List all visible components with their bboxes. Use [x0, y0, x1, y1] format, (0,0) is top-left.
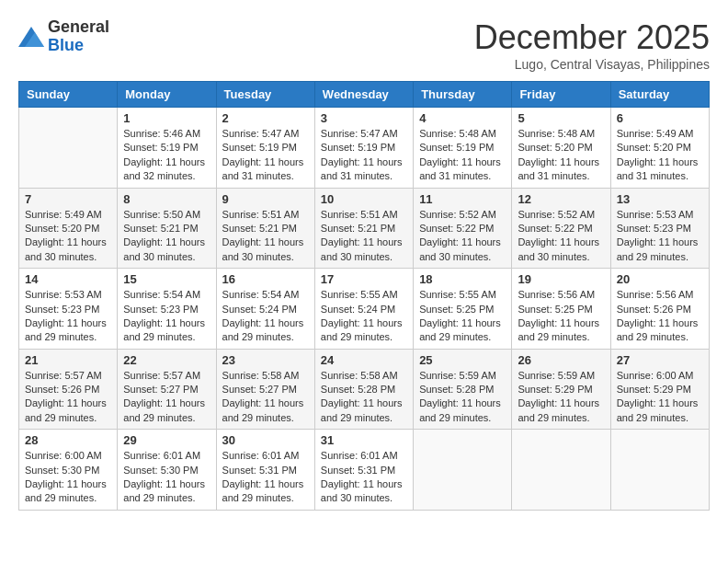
day-info: Sunrise: 5:53 AM Sunset: 5:23 PM Dayligh… [25, 288, 111, 345]
calendar-cell: 8Sunrise: 5:50 AM Sunset: 5:21 PM Daylig… [118, 188, 216, 269]
day-info: Sunrise: 6:01 AM Sunset: 5:31 PM Dayligh… [321, 449, 407, 506]
day-number: 19 [518, 272, 604, 286]
title-block: December 2025 Lugo, Central Visayas, Phi… [474, 18, 710, 72]
day-number: 5 [518, 111, 604, 125]
day-info: Sunrise: 5:52 AM Sunset: 5:22 PM Dayligh… [518, 208, 604, 265]
weekday-header-monday: Monday [118, 82, 216, 108]
calendar-cell: 16Sunrise: 5:54 AM Sunset: 5:24 PM Dayli… [216, 269, 314, 350]
calendar-body: 1Sunrise: 5:46 AM Sunset: 5:19 PM Daylig… [19, 108, 710, 511]
day-number: 31 [321, 433, 407, 447]
day-info: Sunrise: 5:51 AM Sunset: 5:21 PM Dayligh… [222, 208, 309, 265]
day-number: 6 [617, 111, 703, 125]
weekday-header-friday: Friday [512, 82, 610, 108]
day-number: 24 [321, 353, 407, 367]
day-info: Sunrise: 6:01 AM Sunset: 5:31 PM Dayligh… [222, 449, 309, 506]
day-number: 29 [123, 433, 210, 447]
calendar-cell: 22Sunrise: 5:57 AM Sunset: 5:27 PM Dayli… [118, 349, 216, 430]
calendar-cell: 17Sunrise: 5:55 AM Sunset: 5:24 PM Dayli… [314, 269, 413, 350]
calendar-cell: 12Sunrise: 5:52 AM Sunset: 5:22 PM Dayli… [512, 188, 610, 269]
calendar-header: SundayMondayTuesdayWednesdayThursdayFrid… [19, 82, 710, 108]
day-info: Sunrise: 5:54 AM Sunset: 5:23 PM Dayligh… [123, 288, 210, 345]
logo-text: General Blue [48, 18, 109, 55]
day-info: Sunrise: 6:01 AM Sunset: 5:30 PM Dayligh… [123, 449, 210, 506]
day-number: 8 [123, 192, 210, 206]
day-info: Sunrise: 5:55 AM Sunset: 5:25 PM Dayligh… [419, 288, 506, 345]
calendar-cell [414, 430, 512, 511]
weekday-header-tuesday: Tuesday [216, 82, 314, 108]
weekday-header-thursday: Thursday [414, 82, 512, 108]
calendar-cell: 25Sunrise: 5:59 AM Sunset: 5:28 PM Dayli… [414, 349, 512, 430]
day-info: Sunrise: 6:00 AM Sunset: 5:30 PM Dayligh… [25, 449, 111, 506]
day-info: Sunrise: 5:51 AM Sunset: 5:21 PM Dayligh… [321, 208, 407, 265]
day-info: Sunrise: 5:56 AM Sunset: 5:26 PM Dayligh… [617, 288, 703, 345]
day-number: 26 [518, 353, 604, 367]
weekday-header-saturday: Saturday [610, 82, 709, 108]
day-info: Sunrise: 6:00 AM Sunset: 5:29 PM Dayligh… [617, 369, 703, 426]
logo-blue: Blue [48, 37, 109, 55]
logo-general: General [48, 18, 109, 37]
weekday-header-wednesday: Wednesday [314, 82, 413, 108]
calendar-cell: 4Sunrise: 5:48 AM Sunset: 5:19 PM Daylig… [414, 108, 512, 189]
day-info: Sunrise: 5:54 AM Sunset: 5:24 PM Dayligh… [222, 288, 309, 345]
day-number: 25 [419, 353, 506, 367]
calendar-cell: 11Sunrise: 5:52 AM Sunset: 5:22 PM Dayli… [414, 188, 512, 269]
day-info: Sunrise: 5:53 AM Sunset: 5:23 PM Dayligh… [617, 208, 703, 265]
calendar-week-row: 1Sunrise: 5:46 AM Sunset: 5:19 PM Daylig… [19, 108, 710, 189]
calendar-cell: 26Sunrise: 5:59 AM Sunset: 5:29 PM Dayli… [512, 349, 610, 430]
calendar-week-row: 21Sunrise: 5:57 AM Sunset: 5:26 PM Dayli… [19, 349, 710, 430]
calendar-cell: 28Sunrise: 6:00 AM Sunset: 5:30 PM Dayli… [19, 430, 118, 511]
day-info: Sunrise: 5:49 AM Sunset: 5:20 PM Dayligh… [617, 127, 703, 184]
calendar-cell: 27Sunrise: 6:00 AM Sunset: 5:29 PM Dayli… [610, 349, 709, 430]
calendar-cell: 9Sunrise: 5:51 AM Sunset: 5:21 PM Daylig… [216, 188, 314, 269]
logo-icon [18, 27, 44, 47]
day-info: Sunrise: 5:56 AM Sunset: 5:25 PM Dayligh… [518, 288, 604, 345]
calendar-cell: 2Sunrise: 5:47 AM Sunset: 5:19 PM Daylig… [216, 108, 314, 189]
calendar-cell: 18Sunrise: 5:55 AM Sunset: 5:25 PM Dayli… [414, 269, 512, 350]
day-number: 17 [321, 272, 407, 286]
day-number: 7 [25, 192, 111, 206]
day-info: Sunrise: 5:59 AM Sunset: 5:28 PM Dayligh… [419, 369, 506, 426]
calendar-cell: 13Sunrise: 5:53 AM Sunset: 5:23 PM Dayli… [610, 188, 709, 269]
day-number: 11 [419, 192, 506, 206]
day-number: 23 [222, 353, 309, 367]
day-number: 15 [123, 272, 210, 286]
day-info: Sunrise: 5:50 AM Sunset: 5:21 PM Dayligh… [123, 208, 210, 265]
day-info: Sunrise: 5:52 AM Sunset: 5:22 PM Dayligh… [419, 208, 506, 265]
calendar-cell: 29Sunrise: 6:01 AM Sunset: 5:30 PM Dayli… [118, 430, 216, 511]
day-number: 14 [25, 272, 111, 286]
location: Lugo, Central Visayas, Philippines [474, 57, 710, 72]
day-info: Sunrise: 5:49 AM Sunset: 5:20 PM Dayligh… [25, 208, 111, 265]
day-number: 30 [222, 433, 309, 447]
calendar-cell: 24Sunrise: 5:58 AM Sunset: 5:28 PM Dayli… [314, 349, 413, 430]
weekday-header-sunday: Sunday [19, 82, 118, 108]
calendar-cell: 21Sunrise: 5:57 AM Sunset: 5:26 PM Dayli… [19, 349, 118, 430]
calendar-table: SundayMondayTuesdayWednesdayThursdayFrid… [18, 81, 710, 511]
day-info: Sunrise: 5:46 AM Sunset: 5:19 PM Dayligh… [123, 127, 210, 184]
day-number: 20 [617, 272, 703, 286]
day-number: 13 [617, 192, 703, 206]
day-number: 18 [419, 272, 506, 286]
day-number: 12 [518, 192, 604, 206]
calendar-cell: 30Sunrise: 6:01 AM Sunset: 5:31 PM Dayli… [216, 430, 314, 511]
page-header: General Blue December 2025 Lugo, Central… [18, 18, 710, 72]
day-number: 2 [222, 111, 309, 125]
day-number: 27 [617, 353, 703, 367]
day-number: 10 [321, 192, 407, 206]
calendar-cell [19, 108, 118, 189]
day-info: Sunrise: 5:47 AM Sunset: 5:19 PM Dayligh… [321, 127, 407, 184]
day-info: Sunrise: 5:47 AM Sunset: 5:19 PM Dayligh… [222, 127, 309, 184]
calendar-cell: 5Sunrise: 5:48 AM Sunset: 5:20 PM Daylig… [512, 108, 610, 189]
calendar-cell [610, 430, 709, 511]
calendar-cell: 3Sunrise: 5:47 AM Sunset: 5:19 PM Daylig… [314, 108, 413, 189]
day-info: Sunrise: 5:48 AM Sunset: 5:19 PM Dayligh… [419, 127, 506, 184]
day-info: Sunrise: 5:48 AM Sunset: 5:20 PM Dayligh… [518, 127, 604, 184]
calendar-cell [512, 430, 610, 511]
calendar-cell: 31Sunrise: 6:01 AM Sunset: 5:31 PM Dayli… [314, 430, 413, 511]
day-number: 3 [321, 111, 407, 125]
calendar-cell: 15Sunrise: 5:54 AM Sunset: 5:23 PM Dayli… [118, 269, 216, 350]
calendar-cell: 19Sunrise: 5:56 AM Sunset: 5:25 PM Dayli… [512, 269, 610, 350]
day-info: Sunrise: 5:55 AM Sunset: 5:24 PM Dayligh… [321, 288, 407, 345]
calendar-cell: 1Sunrise: 5:46 AM Sunset: 5:19 PM Daylig… [118, 108, 216, 189]
calendar-cell: 23Sunrise: 5:58 AM Sunset: 5:27 PM Dayli… [216, 349, 314, 430]
month-title: December 2025 [474, 18, 710, 57]
